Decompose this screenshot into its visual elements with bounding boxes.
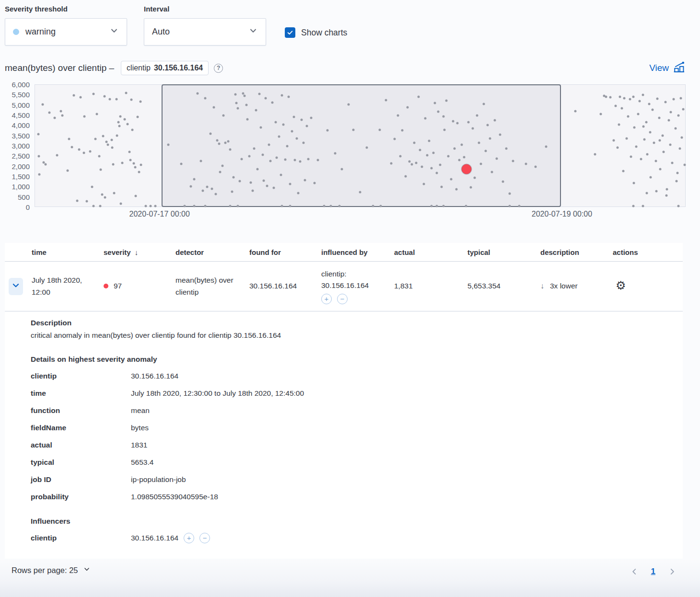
scatter-point	[491, 171, 493, 173]
scatter-point	[436, 172, 438, 174]
scatter-point	[463, 156, 465, 158]
scatter-point	[419, 149, 421, 151]
column-header-description[interactable]: description	[540, 248, 613, 256]
cell-actual: 1,831	[394, 280, 467, 292]
scatter-point	[139, 100, 141, 103]
scatter-point	[614, 105, 617, 107]
scatter-point	[106, 143, 109, 146]
next-page-icon[interactable]	[666, 565, 678, 578]
scatter-point	[640, 158, 642, 160]
scatter-point	[292, 115, 295, 118]
interval-select[interactable]: Auto	[144, 18, 266, 46]
scatter-point	[418, 95, 420, 98]
scatter-point	[86, 200, 88, 202]
column-header-found-for[interactable]: found for	[249, 248, 321, 256]
page-number[interactable]: 1	[651, 567, 655, 576]
y-axis-tick-label: 5,000	[12, 101, 30, 109]
column-header-time[interactable]: time	[32, 248, 104, 256]
view-link[interactable]: View	[649, 61, 686, 75]
scatter-point	[442, 205, 444, 207]
scatter-point	[250, 182, 252, 184]
scatter-point	[291, 130, 293, 133]
scatter-point	[413, 141, 415, 144]
scatter-point	[518, 205, 521, 207]
scatter-point	[137, 115, 139, 118]
scatter-point	[670, 111, 672, 114]
gear-icon[interactable]: ⚙	[616, 280, 626, 291]
scatter-point	[111, 139, 113, 141]
time-selection-band[interactable]	[162, 84, 561, 207]
scatter-point	[455, 188, 457, 190]
scatter-point	[66, 170, 69, 172]
chart-title: mean(bytes) over clientip –	[5, 63, 114, 73]
scatter-point	[658, 116, 660, 119]
scatter-point	[535, 166, 537, 168]
severity-threshold-select[interactable]: warning	[5, 18, 127, 46]
scatter-point	[93, 93, 95, 95]
scatter-point	[442, 115, 444, 118]
scatter-point	[621, 107, 623, 109]
previous-page-icon[interactable]	[628, 565, 641, 578]
show-charts-checkbox[interactable]: Show charts	[285, 27, 347, 38]
column-header-actual[interactable]: actual	[394, 248, 467, 256]
scatter-point	[605, 95, 607, 98]
scatter-point	[632, 205, 634, 207]
detail-row: job IDip-population-job	[31, 471, 664, 488]
remove-filter-icon[interactable]: −	[199, 533, 210, 543]
scatter-point	[130, 98, 132, 101]
cell-severity: 97	[104, 280, 175, 292]
cell-actions: ⚙	[613, 280, 683, 293]
scatter-point	[525, 163, 527, 165]
view-link-label: View	[649, 63, 669, 73]
chevron-down-icon	[12, 281, 20, 291]
scatter-point	[131, 128, 134, 131]
scatter-point	[287, 95, 290, 98]
scatter-point	[280, 174, 282, 176]
add-filter-icon[interactable]: +	[184, 533, 194, 543]
scatter-point	[467, 121, 470, 124]
add-filter-icon[interactable]: +	[321, 294, 332, 304]
column-header-influenced-by[interactable]: influenced by	[321, 248, 394, 256]
scatter-point	[276, 157, 278, 159]
scatter-point	[281, 94, 283, 97]
scatter-point	[289, 205, 291, 207]
scatter-point	[118, 125, 121, 127]
scatter-point	[232, 176, 234, 178]
scatter-point	[652, 108, 654, 111]
arrow-down-icon: ↓	[540, 280, 544, 292]
scatter-point	[229, 205, 231, 207]
scatter-point	[422, 183, 425, 185]
remove-filter-icon[interactable]: −	[337, 294, 348, 304]
show-charts-label: Show charts	[301, 28, 347, 38]
scatter-point	[642, 125, 645, 127]
scatter-point	[453, 148, 455, 150]
rows-per-page-selector[interactable]: Rows per page: 25	[12, 565, 91, 575]
scatter-point	[645, 192, 648, 195]
scatter-point	[645, 121, 647, 124]
scatter-point	[95, 113, 98, 115]
scatter-point	[222, 114, 225, 116]
scatter-point	[639, 100, 641, 102]
column-header-detector[interactable]: detector	[175, 248, 249, 256]
scatter-point	[397, 115, 399, 117]
scatter-point	[669, 143, 671, 146]
scatter-point	[78, 148, 81, 150]
column-header-typical[interactable]: typical	[467, 248, 540, 256]
collapse-row-button[interactable]	[9, 278, 23, 295]
checkbox-check-icon	[285, 27, 295, 38]
y-axis-tick-label: 500	[18, 193, 30, 201]
anomaly-point[interactable]	[462, 164, 472, 174]
scatter-point	[458, 159, 461, 161]
scatter-point	[284, 158, 287, 161]
scatter-point	[212, 106, 215, 108]
column-header-severity[interactable]: severity ↓	[104, 248, 175, 256]
help-icon[interactable]: ?	[214, 64, 223, 73]
scatter-point	[104, 95, 106, 97]
scatter-point	[125, 92, 127, 94]
scatter-point	[574, 110, 576, 113]
description-title: Description	[31, 319, 664, 327]
scatter-point	[415, 161, 417, 164]
scatter-point	[447, 155, 450, 158]
scatter-point	[512, 160, 514, 162]
scatter-point	[499, 133, 501, 136]
